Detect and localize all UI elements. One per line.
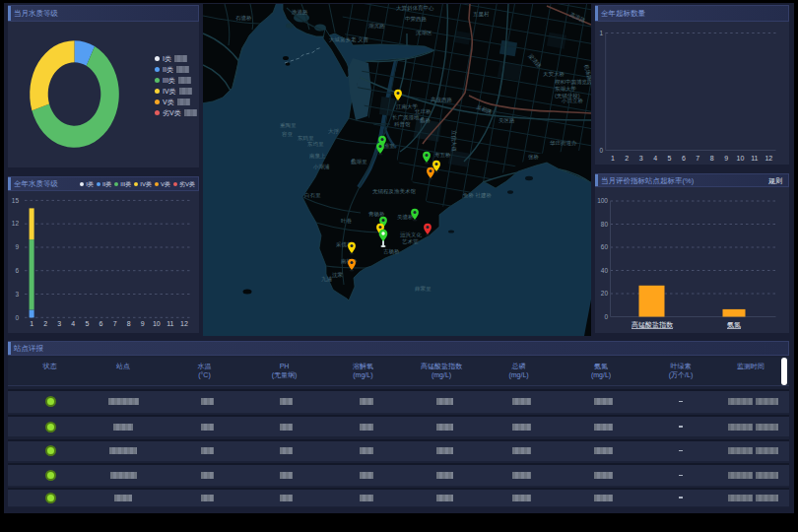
svg-text:叶巷: 叶巷 [341, 218, 353, 224]
svg-text:1: 1 [611, 155, 615, 162]
svg-text:3: 3 [15, 291, 19, 298]
svg-text:张桥: 张桥 [528, 154, 540, 161]
svg-text:6: 6 [682, 155, 686, 162]
svg-text:渔港路: 渔港路 [292, 9, 308, 16]
svg-text:8: 8 [710, 155, 714, 162]
svg-text:11: 11 [751, 155, 758, 162]
svg-text:11: 11 [166, 320, 173, 327]
svg-text:12: 12 [12, 220, 20, 227]
svg-text:12: 12 [180, 320, 188, 327]
svg-text:(无锡分校): (无锡分校) [555, 93, 580, 100]
svg-text:5: 5 [85, 320, 89, 327]
svg-text:9: 9 [15, 243, 19, 250]
svg-text:20: 20 [601, 290, 609, 297]
svg-text:长广溪湿地: 长广溪湿地 [392, 114, 420, 121]
svg-text:15: 15 [12, 197, 20, 204]
svg-text:无锡程及渔美术馆: 无锡程及渔美术馆 [372, 188, 417, 195]
svg-text:0: 0 [599, 147, 603, 154]
svg-text:楔和中国博览园: 楔和中国博览园 [555, 79, 591, 86]
svg-text:2: 2 [625, 155, 629, 162]
svg-text:10: 10 [737, 155, 745, 162]
svg-text:科普馆: 科普馆 [394, 121, 411, 128]
svg-text:沈家: 沈家 [332, 272, 344, 279]
svg-text:东鸡里: 东鸡里 [297, 135, 314, 141]
svg-text:大城富乡老 义善: 大城富乡老 义善 [329, 36, 369, 42]
svg-text:蠡桥: 蠡桥 [420, 116, 432, 123]
svg-text:80: 80 [601, 221, 609, 228]
svg-text:高浪西路: 高浪西路 [431, 97, 453, 103]
svg-text:7: 7 [696, 155, 699, 162]
svg-text:氨氮: 氨氮 [727, 321, 741, 329]
svg-text:九浦: 九浦 [321, 276, 333, 283]
svg-text:薛家里: 薛家里 [415, 286, 432, 292]
svg-text:3: 3 [57, 320, 61, 327]
svg-text:小湖浦: 小湖浦 [312, 164, 330, 170]
svg-text:小日立桥: 小日立桥 [561, 98, 584, 104]
svg-text:蠡湖里: 蠡湖里 [351, 158, 367, 165]
svg-text:60: 60 [601, 243, 609, 250]
svg-text:0: 0 [15, 314, 19, 321]
svg-text:鱼桥 社建桥: 鱼桥 社建桥 [463, 192, 493, 199]
svg-text:40: 40 [601, 267, 609, 274]
svg-text:运浜文化: 运浜文化 [400, 232, 423, 238]
svg-text:五星村: 五星村 [473, 11, 490, 18]
svg-text:6: 6 [15, 267, 19, 274]
svg-text:8: 8 [127, 320, 131, 327]
svg-text:6: 6 [100, 320, 103, 327]
svg-text:湖滨路: 湖滨路 [367, 23, 385, 30]
svg-text:滨湖区: 滨湖区 [416, 30, 432, 36]
svg-text:中荣西路: 中荣西路 [405, 16, 428, 23]
svg-text:立信大道: 立信大道 [450, 130, 457, 153]
svg-text:2: 2 [43, 320, 47, 327]
svg-text:天安大桥: 天安大桥 [543, 71, 565, 77]
svg-text:12: 12 [765, 155, 772, 162]
svg-text:大浮: 大浮 [328, 128, 340, 135]
svg-text:5: 5 [668, 155, 672, 162]
svg-text:1: 1 [599, 30, 603, 36]
svg-text:0: 0 [604, 313, 608, 320]
svg-text:吴区路: 吴区路 [499, 117, 515, 123]
svg-text:重陶里: 重陶里 [280, 122, 297, 129]
svg-text:10: 10 [153, 320, 161, 327]
svg-text:4: 4 [71, 320, 75, 327]
svg-text:100: 100 [597, 197, 608, 204]
svg-text:大箕斜体育中心: 大箕斜体育中心 [396, 5, 434, 12]
svg-text:古杨桥: 古杨桥 [383, 248, 400, 255]
svg-text:1: 1 [30, 320, 33, 327]
svg-text:容亚: 容亚 [282, 131, 294, 138]
svg-text:华庄街道办: 华庄街道办 [550, 140, 577, 147]
svg-text:吴塘桥: 吴塘桥 [397, 214, 414, 221]
svg-text:7: 7 [113, 320, 117, 327]
svg-text:艺术堂: 艺术堂 [402, 238, 419, 245]
svg-text:3: 3 [639, 155, 643, 162]
svg-text:东均里: 东均里 [306, 141, 324, 147]
svg-text:南泉上: 南泉上 [309, 153, 326, 159]
svg-text:4: 4 [653, 155, 657, 162]
svg-text:寿五桥: 寿五桥 [434, 152, 451, 158]
svg-text:9: 9 [141, 320, 145, 327]
svg-text:9: 9 [724, 155, 728, 162]
svg-text:白石里: 白石里 [304, 192, 321, 199]
svg-text:石塘桥: 石塘桥 [235, 15, 252, 22]
svg-text:东湖大学: 东湖大学 [554, 86, 577, 92]
svg-text:高锰酸盐指数: 高锰酸盐指数 [632, 321, 674, 329]
